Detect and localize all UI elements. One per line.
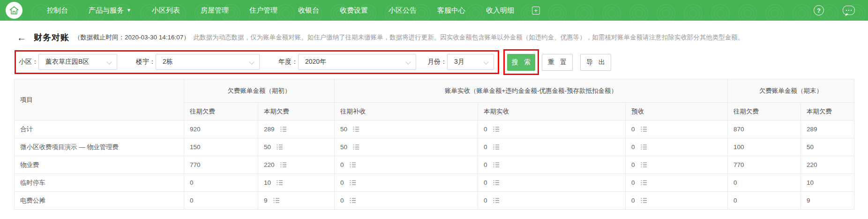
list-icon[interactable] xyxy=(353,144,359,151)
sub-header-current-arrears-opening: 本期欠费 xyxy=(258,103,335,121)
list-icon xyxy=(353,144,359,150)
value-cell-prepaid: 0 xyxy=(626,192,728,210)
value-cell-prior-collected: 50 xyxy=(335,121,478,138)
value-cell-prior-arrears-opening: 920 xyxy=(184,121,258,138)
list-icon xyxy=(493,144,499,150)
value-cell-current-arrears-opening: 50 xyxy=(258,138,335,156)
value-cell-prepaid: 0 xyxy=(626,156,728,174)
list-icon[interactable] xyxy=(493,180,499,187)
nav-item-cashier[interactable]: 收银台 xyxy=(298,6,319,15)
list-icon[interactable] xyxy=(641,180,647,187)
list-icon[interactable] xyxy=(641,126,647,133)
list-icon xyxy=(350,162,356,167)
list-icon[interactable] xyxy=(493,197,499,204)
project-cell: 微小区收费项目演示 — 物业管理费 xyxy=(15,138,184,156)
chat-dots-icon xyxy=(846,9,852,11)
group-header-actual-received: 账单实收（账单金额+违约金金额-优惠金额-预存款抵扣金额） xyxy=(335,79,728,103)
table-row: 物业费 770 220 0 0 0 770 220 xyxy=(15,156,854,174)
list-icon xyxy=(273,198,279,203)
nav-item-community-list[interactable]: 小区列表 xyxy=(152,6,180,15)
list-icon[interactable] xyxy=(273,197,279,204)
nav-item-products[interactable]: 产品与服务 ▼ xyxy=(89,6,131,15)
sub-header-current-collected: 本期实收 xyxy=(478,103,626,121)
list-icon xyxy=(493,180,499,185)
nav-item-house-mgmt[interactable]: 房屋管理 xyxy=(201,6,229,15)
list-icon[interactable] xyxy=(641,162,647,169)
house-logo-icon xyxy=(9,5,19,15)
value-cell-current-arrears-closing: 9 xyxy=(801,192,854,210)
add-tab-icon[interactable]: + xyxy=(532,7,540,15)
list-icon[interactable] xyxy=(641,197,647,204)
value-cell-prior-collected: 0 xyxy=(335,192,478,210)
nav-item-fee-settings[interactable]: 收费设置 xyxy=(340,6,368,15)
top-nav: 控制台 产品与服务 ▼ 小区列表 房屋管理 住户管理 收银台 收费设置 小区公告… xyxy=(0,0,868,21)
data-cutoff-time: （数据截止时间：2020-03-30 14:16:07） xyxy=(74,33,190,42)
list-icon[interactable] xyxy=(641,144,647,151)
sub-header-prepaid: 预收 xyxy=(626,103,728,121)
list-icon xyxy=(641,198,647,203)
list-icon xyxy=(641,144,647,150)
export-button[interactable]: 导 出 xyxy=(580,54,611,71)
chevron-down-icon xyxy=(249,59,254,64)
sub-header-current-arrears-closing: 本期欠费 xyxy=(801,103,854,121)
list-icon[interactable] xyxy=(353,126,359,133)
value-cell-prior-arrears-opening: 770 xyxy=(184,156,258,174)
nav-item-resident-mgmt[interactable]: 住户管理 xyxy=(249,6,277,15)
value-cell-prior-arrears-opening: 150 xyxy=(184,138,258,156)
value-cell-prior-collected: 0 xyxy=(335,156,478,174)
value-cell-current-arrears-closing: 10 xyxy=(801,174,854,192)
app-logo[interactable] xyxy=(6,2,22,19)
nav-right-icons: ? xyxy=(814,0,855,21)
chat-icon[interactable] xyxy=(843,6,855,15)
table-row: 电费公摊 0 9 0 0 0 0 9 xyxy=(15,192,854,210)
project-cell: 临时停车 xyxy=(15,174,184,192)
nav-item-customer-service[interactable]: 客服中心 xyxy=(437,6,465,15)
value-cell-prior-arrears-closing: 0 xyxy=(728,174,801,192)
page-header: ← 财务对账 （数据截止时间：2020-03-30 14:16:07） 此数据为… xyxy=(0,21,868,43)
list-icon[interactable] xyxy=(280,126,286,133)
column-header-project: 项目 xyxy=(15,79,184,121)
year-select[interactable]: 2020年 xyxy=(298,54,416,70)
list-icon[interactable] xyxy=(277,144,283,151)
value-cell-prior-arrears-opening: 0 xyxy=(184,174,258,192)
chevron-down-icon xyxy=(106,59,112,64)
list-icon[interactable] xyxy=(350,180,356,187)
list-icon[interactable] xyxy=(350,162,356,169)
value-cell-prepaid: 0 xyxy=(626,121,728,138)
building-select[interactable]: 2栋 xyxy=(156,54,260,70)
search-button[interactable]: 搜 索 xyxy=(507,54,535,71)
list-icon[interactable] xyxy=(280,162,286,169)
value-cell-current-collected: 0 xyxy=(478,138,626,156)
nav-item-announcements[interactable]: 小区公告 xyxy=(389,6,417,15)
project-cell: 物业费 xyxy=(15,156,184,174)
nav-item-console[interactable]: 控制台 xyxy=(47,6,68,15)
table-row: 临时停车 0 10 0 0 0 0 10 xyxy=(15,174,854,192)
value-cell-prepaid: 0 xyxy=(626,174,728,192)
chevron-down-icon xyxy=(483,59,488,64)
community-select[interactable]: 薰衣草庄园B区 xyxy=(38,54,117,70)
value-cell-prior-arrears-opening: 0 xyxy=(184,192,258,210)
list-icon[interactable] xyxy=(350,197,356,204)
value-cell-current-collected: 0 xyxy=(478,121,626,138)
back-arrow-icon[interactable]: ← xyxy=(17,33,26,42)
reset-button[interactable]: 重 置 xyxy=(542,54,573,71)
list-icon[interactable] xyxy=(277,180,283,187)
value-cell-prior-arrears-closing: 0 xyxy=(728,192,801,210)
project-cell: 电费公摊 xyxy=(15,192,184,210)
list-icon[interactable] xyxy=(493,162,499,169)
list-icon xyxy=(350,198,356,203)
table-row: 微小区收费项目演示 — 物业管理费 150 50 50 0 0 100 50 xyxy=(15,138,854,156)
list-icon[interactable] xyxy=(493,126,499,133)
value-cell-prior-collected: 50 xyxy=(335,138,478,156)
month-select[interactable]: 3月 xyxy=(447,54,494,70)
help-icon[interactable]: ? xyxy=(814,5,824,15)
value-cell-current-arrears-opening: 289 xyxy=(258,121,335,138)
list-icon[interactable] xyxy=(493,144,499,151)
list-icon xyxy=(280,127,286,132)
page-note: 此数据为动态数据，仅为账单金额对账。如住户缴纳了往期未缴账单，数据将进行更新。因… xyxy=(194,33,744,42)
caret-down-icon: ▼ xyxy=(127,8,131,13)
value-cell-prior-arrears-closing: 770 xyxy=(728,156,801,174)
value-cell-current-collected: 0 xyxy=(478,174,626,192)
nav-item-income-detail[interactable]: 收入明细 xyxy=(486,6,514,15)
sub-header-prior-arrears-closing: 往期欠费 xyxy=(728,103,801,121)
